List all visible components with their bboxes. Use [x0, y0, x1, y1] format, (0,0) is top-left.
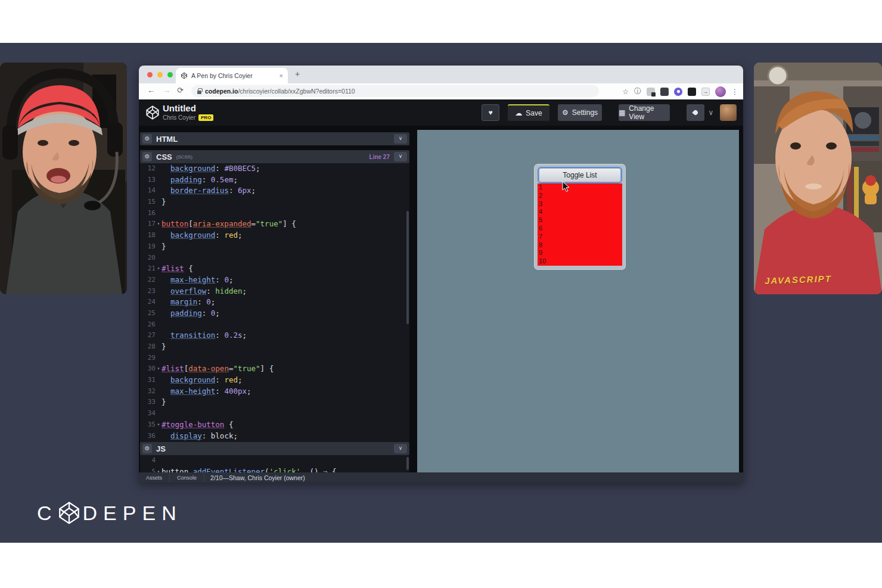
code-line[interactable]: 36 display: block; — [140, 431, 409, 442]
code-line[interactable]: 19} — [140, 241, 409, 253]
css-editor[interactable]: 12 background: #B0BEC5;13 padding: 0.5em… — [140, 163, 409, 442]
code-line[interactable]: 13 padding: 0.5em; — [140, 175, 409, 186]
minimize-window-button[interactable] — [157, 72, 163, 77]
browser-window: A Pen by Chris Coyier × + ← → ⟳ codepen.… — [139, 66, 743, 483]
pin-dropdown-button[interactable]: ∨ — [706, 104, 716, 121]
code-line[interactable]: 20 — [140, 253, 409, 264]
toggle-list: 12345678910 — [538, 183, 622, 266]
pen-author-name[interactable]: Chris Coyier — [163, 114, 195, 121]
extension-icon[interactable] — [647, 88, 655, 96]
js-settings-gear-icon[interactable]: ⚙ — [142, 444, 152, 453]
list-item-number: 4 — [539, 208, 622, 216]
info-icon[interactable]: ⓘ — [634, 86, 641, 97]
toggle-list-button[interactable]: Toggle List — [539, 168, 621, 182]
mouse-cursor — [562, 181, 570, 192]
code-line[interactable]: 22 max-height: 0; — [140, 275, 409, 286]
code-line[interactable]: 28} — [140, 341, 409, 353]
code-line[interactable]: 26 — [140, 319, 409, 331]
love-button[interactable]: ♥ — [482, 104, 499, 121]
code-line[interactable]: 32 max-height: 400px; — [140, 386, 409, 397]
save-button[interactable]: ☁Save — [508, 104, 549, 121]
css-settings-gear-icon[interactable]: ⚙ — [142, 152, 152, 161]
editor-layout: ⚙ HTML ∨ ⚙ CSS (SCSS) Line 27 ∨ — [139, 126, 743, 472]
forward-button[interactable]: → — [163, 86, 170, 95]
webcam-right-illustration — [754, 63, 882, 294]
code-line[interactable]: 21▾#list { — [140, 263, 409, 275]
user-avatar[interactable] — [720, 104, 737, 121]
code-line[interactable]: 31 background: red; — [140, 375, 409, 386]
code-line[interactable]: 27 transition: 0.2s; — [140, 330, 409, 341]
console-button[interactable]: Console — [170, 472, 204, 483]
url-domain: codepen.io — [205, 88, 238, 95]
browser-menu-icon[interactable]: ⋮ — [731, 88, 738, 96]
url-path: /chriscoyier/collab/xxZgbwN?editors=0110 — [238, 88, 355, 95]
new-tab-button[interactable]: + — [295, 69, 300, 79]
code-line[interactable]: 16 — [140, 208, 409, 219]
extension-icon[interactable] — [660, 88, 669, 96]
collab-status-text: 2/10—Shaw, Chris Coyier (owner) — [204, 474, 305, 481]
editor-column: ⚙ HTML ∨ ⚙ CSS (SCSS) Line 27 ∨ — [139, 126, 417, 472]
code-line[interactable]: 25 padding: 0; — [140, 308, 409, 319]
js-editor-scrollbar[interactable] — [406, 457, 409, 470]
code-line[interactable]: 14 border-radius: 6px; — [140, 185, 409, 197]
webcam-left-video — [0, 63, 127, 294]
browser-tab[interactable]: A Pen by Chris Coyier × — [176, 68, 288, 83]
close-window-button[interactable] — [147, 72, 153, 77]
pushpin-icon — [692, 109, 698, 116]
list-item-number: 6 — [539, 225, 622, 233]
js-editor[interactable]: 45▾button.addEventListener('click', () ⇒… — [140, 455, 409, 472]
code-line[interactable]: 12 background: #B0BEC5; — [140, 163, 409, 175]
assets-button[interactable]: Assets — [139, 472, 170, 483]
html-collapse-button[interactable]: ∨ — [394, 134, 407, 144]
extension-icon[interactable] — [688, 88, 696, 96]
html-panel-header[interactable]: ⚙ HTML ∨ — [140, 132, 409, 145]
video-frame: A Pen by Chris Coyier × + ← → ⟳ codepen.… — [0, 0, 882, 588]
css-panel-header[interactable]: ⚙ CSS (SCSS) Line 27 ∨ — [140, 150, 409, 163]
codepen-cube-icon — [57, 500, 82, 525]
css-line-indicator[interactable]: Line 27 — [369, 154, 390, 160]
list-item-number: 7 — [539, 233, 622, 241]
code-line[interactable]: 15} — [140, 197, 409, 208]
code-line[interactable]: 34 — [140, 408, 409, 419]
demo-card: Toggle List 12345678910 — [535, 164, 625, 269]
code-line[interactable]: 23 overflow: hidden; — [140, 286, 409, 297]
bookmark-star-icon[interactable]: ☆ — [622, 88, 629, 96]
browser-profile-avatar[interactable] — [715, 86, 726, 97]
js-panel-header[interactable]: ⚙ JS ∨ — [140, 442, 409, 455]
zoom-window-button[interactable] — [167, 72, 173, 77]
codepen-logo-icon[interactable] — [145, 105, 160, 120]
pin-button[interactable] — [687, 104, 704, 121]
wordmark-prefix: C — [37, 502, 58, 525]
share-extension-icon[interactable]: → — [701, 88, 710, 96]
url-bar[interactable]: codepen.io/chriscoyier/collab/xxZgbwN?ed… — [191, 85, 599, 97]
html-settings-gear-icon[interactable]: ⚙ — [142, 134, 152, 144]
code-line[interactable]: 29 — [140, 353, 409, 364]
heart-icon: ♥ — [488, 109, 492, 116]
code-line[interactable]: 4 — [140, 455, 409, 466]
css-collapse-button[interactable]: ∨ — [394, 152, 407, 161]
extension-icon[interactable] — [674, 88, 682, 96]
editor-status-bar: Assets Console 2/10—Shaw, Chris Coyier (… — [139, 472, 743, 483]
settings-button[interactable]: ⚙Settings — [558, 104, 602, 121]
css-panel-label: CSS — [156, 153, 172, 161]
pen-title[interactable]: Untitled — [163, 103, 196, 113]
code-line[interactable]: 35▾#toggle-button { — [140, 419, 409, 431]
lock-icon — [197, 91, 201, 94]
js-collapse-button[interactable]: ∨ — [394, 444, 407, 453]
tab-close-icon[interactable]: × — [279, 72, 283, 79]
code-line[interactable]: 24 margin: 0; — [140, 297, 409, 308]
list-item-number: 5 — [539, 216, 622, 225]
chevron-down-icon: ∨ — [709, 108, 714, 117]
change-view-button[interactable]: ▦Change View — [619, 104, 670, 121]
reload-button[interactable]: ⟳ — [177, 86, 184, 95]
back-button[interactable]: ← — [147, 86, 155, 95]
code-line[interactable]: 18 background: red; — [140, 230, 409, 241]
preview-pane: Toggle List 12345678910 Open Chat — [417, 130, 739, 472]
code-line[interactable]: 33} — [140, 397, 409, 408]
browser-toolbar: ← → ⟳ codepen.io/chriscoyier/collab/xxZg… — [139, 83, 743, 99]
code-line[interactable]: 17▾button[aria-expanded="true"] { — [140, 219, 409, 230]
code-line[interactable]: 30▾#list[data-open="true"] { — [140, 363, 409, 375]
js-panel-label: JS — [156, 444, 166, 453]
code-line[interactable]: 5▾button.addEventListener('click', () ⇒ … — [140, 466, 409, 472]
css-editor-scrollbar[interactable] — [406, 211, 409, 324]
